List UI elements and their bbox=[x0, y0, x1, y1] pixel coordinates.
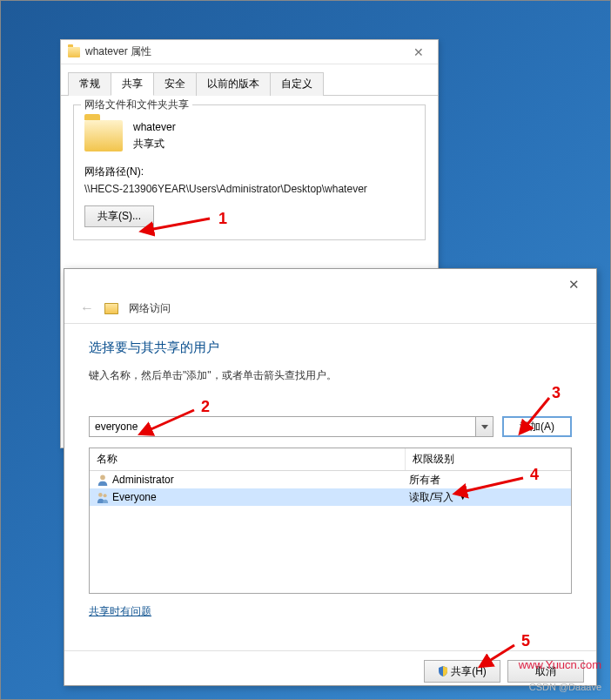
col-header-perm[interactable]: 权限级别 bbox=[406, 448, 571, 470]
user-input[interactable] bbox=[90, 417, 475, 436]
tab-body: 网络文件和文件夹共享 whatever 共享式 网络路径(N): \\HECS-… bbox=[61, 96, 438, 259]
add-button[interactable]: 添加(A) bbox=[502, 416, 572, 437]
trouble-link[interactable]: 共享时有问题 bbox=[89, 604, 151, 619]
chevron-down-icon[interactable]: ▼ bbox=[459, 493, 467, 501]
folder-icon bbox=[84, 120, 123, 151]
tab-custom[interactable]: 自定义 bbox=[270, 72, 324, 96]
list-row[interactable]: Administrator 所有者 bbox=[90, 471, 571, 488]
back-arrow-icon[interactable]: ← bbox=[80, 300, 94, 316]
network-access-dialog: ✕ ← 网络访问 选择要与其共享的用户 键入名称，然后单击"添加"，或者单击箭头… bbox=[64, 268, 597, 686]
folder-icon bbox=[68, 47, 80, 57]
dialog-heading: 选择要与其共享的用户 bbox=[89, 340, 572, 356]
svg-point-2 bbox=[104, 494, 107, 497]
breadcrumb: ← 网络访问 bbox=[64, 300, 596, 323]
row-perm: 所有者 bbox=[409, 473, 440, 488]
share-btn-label: 共享(H) bbox=[451, 665, 487, 677]
close-icon[interactable]: ✕ bbox=[406, 43, 431, 62]
tab-share[interactable]: 共享 bbox=[111, 72, 154, 96]
share-status: 共享式 bbox=[133, 136, 176, 152]
share-groupbox: 网络文件和文件夹共享 whatever 共享式 网络路径(N): \\HECS-… bbox=[73, 104, 426, 240]
tab-general[interactable]: 常规 bbox=[68, 72, 111, 96]
shield-icon bbox=[438, 666, 448, 676]
net-path: \\HECS-213906YEAR\Users\Administrator\De… bbox=[84, 183, 414, 195]
tab-previous-versions[interactable]: 以前的版本 bbox=[196, 72, 271, 96]
chevron-down-icon bbox=[481, 425, 488, 429]
col-header-name[interactable]: 名称 bbox=[90, 448, 406, 470]
row-name: Everyone bbox=[112, 491, 157, 503]
user-list: 名称 权限级别 Administrator 所有者 bbox=[89, 448, 572, 594]
tab-security[interactable]: 安全 bbox=[153, 72, 197, 96]
close-icon[interactable]: ✕ bbox=[556, 273, 591, 297]
window-title: whatever 属性 bbox=[85, 44, 406, 59]
net-path-label: 网络路径(N): bbox=[84, 165, 414, 179]
group-icon bbox=[97, 491, 109, 503]
tab-strip: 常规 共享 安全 以前的版本 自定义 bbox=[61, 64, 438, 96]
svg-point-1 bbox=[98, 493, 103, 497]
titlebar: whatever 属性 ✕ bbox=[61, 40, 438, 64]
combo-dropdown-button[interactable] bbox=[475, 417, 493, 436]
svg-point-0 bbox=[100, 475, 105, 481]
folder-icon bbox=[104, 303, 118, 314]
group-title: 网络文件和文件夹共享 bbox=[81, 98, 192, 112]
user-icon bbox=[97, 474, 109, 486]
share-button[interactable]: 共享(S)... bbox=[84, 205, 154, 227]
dialog-instruction: 键入名称，然后单击"添加"，或者单击箭头查找用户。 bbox=[89, 368, 572, 383]
folder-name: whatever bbox=[133, 119, 176, 136]
crumb-text: 网络访问 bbox=[129, 301, 171, 316]
list-row[interactable]: Everyone 读取/写入 ▼ bbox=[90, 488, 571, 506]
row-name: Administrator bbox=[112, 474, 174, 486]
csdn-credit: CSDN @Daaave bbox=[529, 682, 601, 692]
share-button[interactable]: 共享(H) bbox=[424, 660, 500, 683]
row-perm: 读取/写入 bbox=[409, 490, 453, 505]
watermark: www.Yuucn.com bbox=[519, 658, 601, 671]
user-combobox[interactable] bbox=[89, 416, 494, 437]
